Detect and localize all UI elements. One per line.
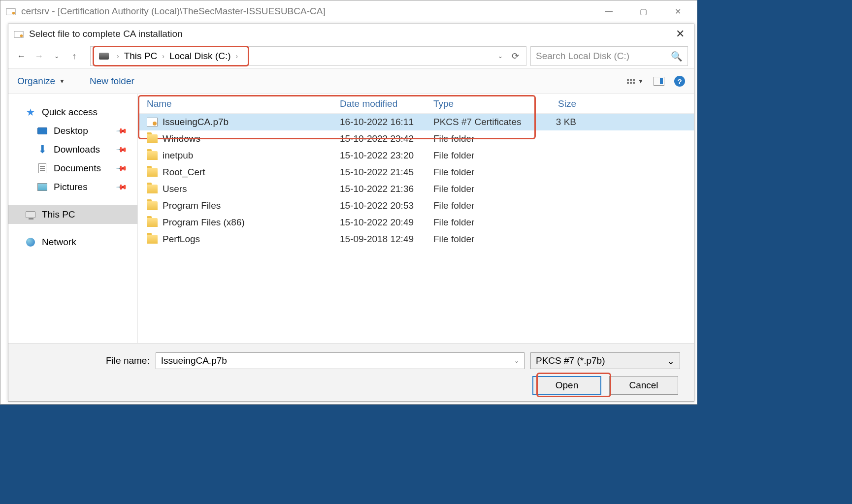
- preview-pane-button[interactable]: [654, 77, 664, 86]
- file-open-dialog: Select file to complete CA installation …: [8, 24, 694, 402]
- recent-locations-button[interactable]: ⌄: [50, 49, 64, 63]
- sidebar-item-documents[interactable]: Documents 📌: [8, 159, 137, 178]
- chevron-right-icon: ›: [236, 52, 238, 60]
- dialog-footer: File name: IssueingCA.p7b ⌄ PKCS #7 (*.p…: [8, 343, 694, 401]
- column-header-name[interactable]: Name: [138, 98, 340, 109]
- file-name: PerfLogs: [163, 234, 200, 245]
- file-type-filter[interactable]: PKCS #7 (*.p7b) ⌄: [530, 352, 680, 369]
- up-button[interactable]: ↑: [67, 49, 81, 63]
- parent-window-title: certsrv - [Certification Authority (Loca…: [21, 6, 591, 17]
- sidebar-item-downloads[interactable]: ⬇ Downloads 📌: [8, 140, 137, 159]
- file-date: 16-10-2022 16:11: [340, 117, 433, 127]
- chevron-right-icon: ›: [162, 52, 164, 60]
- svg-point-1: [12, 12, 15, 14]
- dialog-titlebar: Select file to complete CA installation …: [8, 24, 694, 44]
- pin-icon: 📌: [115, 143, 128, 156]
- file-row[interactable]: Root_Cert15-10-2022 21:45File folder: [138, 164, 694, 181]
- breadcrumb-local-disk[interactable]: Local Disk (C:): [169, 51, 231, 62]
- help-button[interactable]: ?: [674, 76, 685, 87]
- file-panel: Name Date modified Type Size IssueingCA.…: [137, 94, 694, 343]
- minimize-button[interactable]: —: [591, 1, 626, 21]
- file-row[interactable]: Users15-10-2022 21:36File folder: [138, 181, 694, 197]
- sidebar-item-pictures[interactable]: Pictures 📌: [8, 178, 137, 196]
- open-button[interactable]: Open: [532, 376, 601, 395]
- navigation-sidebar: ★ Quick access Desktop 📌 ⬇ Downloads 📌 D…: [8, 94, 137, 343]
- breadcrumb-this-pc[interactable]: This PC: [124, 51, 158, 62]
- file-name: Windows: [163, 133, 200, 144]
- folder-icon: [147, 168, 158, 177]
- maximize-button[interactable]: ▢: [626, 1, 660, 21]
- file-type: File folder: [433, 217, 527, 228]
- view-options-button[interactable]: ▼: [627, 78, 644, 85]
- file-date: 15-10-2022 23:20: [340, 150, 433, 161]
- nav-row: ← → ⌄ ↑ › This PC › Local Disk (C:) › ⌄ …: [8, 44, 694, 68]
- folder-icon: [147, 134, 158, 143]
- address-dropdown-button[interactable]: ⌄: [498, 53, 503, 60]
- pin-icon: 📌: [115, 181, 128, 193]
- file-row[interactable]: PerfLogs15-09-2018 12:49File folder: [138, 231, 694, 248]
- file-type: PKCS #7 Certificates: [433, 117, 527, 127]
- file-date: 15-09-2018 12:49: [340, 234, 433, 245]
- file-name: inetpub: [163, 150, 193, 161]
- column-header-type[interactable]: Type: [433, 98, 527, 109]
- dialog-title: Select file to complete CA installation: [29, 29, 670, 39]
- file-date: 15-10-2022 20:53: [340, 200, 433, 211]
- file-type: File folder: [433, 234, 527, 245]
- file-row[interactable]: Program Files (x86)15-10-2022 20:49File …: [138, 214, 694, 231]
- file-row[interactable]: inetpub15-10-2022 23:20File folder: [138, 147, 694, 164]
- file-row[interactable]: IssueingCA.p7b16-10-2022 16:11PKCS #7 Ce…: [138, 114, 694, 130]
- file-name: Program Files (x86): [163, 217, 245, 228]
- svg-point-3: [20, 34, 23, 37]
- sidebar-item-this-pc[interactable]: This PC: [8, 205, 137, 224]
- chevron-down-icon: ▼: [638, 78, 644, 85]
- chevron-down-icon: ⌄: [514, 357, 519, 364]
- folder-icon: [147, 201, 158, 210]
- file-name-label: File name:: [106, 355, 150, 366]
- file-type: File folder: [433, 133, 527, 144]
- sidebar-item-quick-access[interactable]: ★ Quick access: [8, 103, 137, 122]
- file-row[interactable]: Program Files15-10-2022 20:53File folder: [138, 197, 694, 214]
- cancel-button[interactable]: Cancel: [609, 376, 678, 395]
- new-folder-button[interactable]: New folder: [90, 76, 134, 87]
- chevron-down-icon: ▼: [59, 78, 65, 85]
- file-size: 3 KB: [527, 117, 586, 127]
- desktop-icon: [37, 126, 48, 136]
- file-row[interactable]: Windows15-10-2022 23:42File folder: [138, 130, 694, 147]
- dialog-close-button[interactable]: ✕: [670, 28, 690, 40]
- network-icon: [25, 237, 36, 247]
- folder-icon: [147, 235, 158, 244]
- chevron-right-icon: ›: [117, 52, 119, 60]
- downloads-icon: ⬇: [37, 145, 48, 155]
- this-pc-icon: [25, 210, 36, 220]
- pictures-icon: [37, 182, 48, 192]
- file-date: 15-10-2022 21:36: [340, 184, 433, 194]
- file-list: IssueingCA.p7b16-10-2022 16:11PKCS #7 Ce…: [138, 114, 694, 343]
- address-bar[interactable]: › This PC › Local Disk (C:) › ⌄ ⟳: [90, 46, 526, 66]
- dialog-icon: [13, 29, 24, 39]
- pin-icon: 📌: [115, 162, 128, 175]
- refresh-button[interactable]: ⟳: [512, 51, 519, 62]
- organize-button[interactable]: Organize ▼: [17, 76, 65, 87]
- search-icon: 🔍: [671, 51, 683, 62]
- file-name-input[interactable]: IssueingCA.p7b ⌄: [156, 352, 524, 369]
- column-header-date[interactable]: Date modified: [340, 98, 433, 109]
- file-type: File folder: [433, 167, 527, 178]
- search-input[interactable]: Search Local Disk (C:) 🔍: [530, 46, 688, 66]
- certificate-file-icon: [147, 118, 158, 126]
- file-type: File folder: [433, 200, 527, 211]
- folder-icon: [147, 151, 158, 160]
- chevron-down-icon: ⌄: [667, 355, 675, 367]
- parent-close-button[interactable]: ✕: [660, 1, 695, 21]
- parent-titlebar: certsrv - [Certification Authority (Loca…: [0, 0, 697, 22]
- folder-icon: [147, 185, 158, 193]
- sidebar-item-desktop[interactable]: Desktop 📌: [8, 122, 137, 140]
- file-type: File folder: [433, 150, 527, 161]
- column-headers: Name Date modified Type Size: [138, 94, 694, 114]
- pin-icon: 📌: [115, 125, 128, 137]
- column-header-size[interactable]: Size: [527, 98, 586, 109]
- forward-button[interactable]: →: [32, 49, 46, 63]
- file-type: File folder: [433, 184, 527, 194]
- sidebar-item-network[interactable]: Network: [8, 233, 137, 252]
- back-button[interactable]: ←: [14, 49, 28, 63]
- file-name: IssueingCA.p7b: [163, 117, 229, 127]
